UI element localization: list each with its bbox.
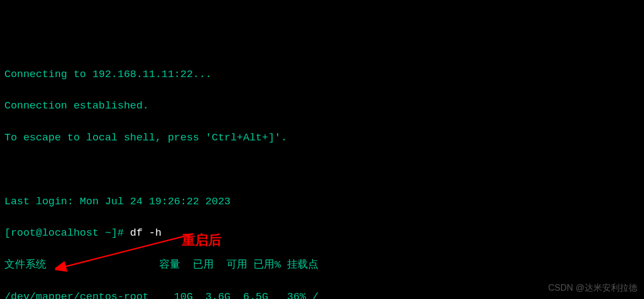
df-row: /dev/mapper/centos-root 10G 3.6G 6.5G 36… (4, 289, 640, 299)
conn-line-2: Connection established. (4, 98, 640, 114)
watermark: CSDN @达米安利拉德 (548, 281, 637, 295)
conn-line-1: Connecting to 192.168.11.11:22... (4, 67, 640, 83)
prompt-text: [root@localhost ~]# (4, 227, 130, 239)
command-text: df -h (130, 227, 161, 239)
last-login: Last login: Mon Jul 24 19:26:22 2023 (4, 194, 640, 210)
df-header: 文件系统 容量 已用 可用 已用% 挂载点 (4, 257, 640, 273)
blank-line (4, 162, 640, 178)
annotation-label: 重启后 (182, 230, 221, 250)
prompt-line-1[interactable]: [root@localhost ~]# df -h (4, 225, 640, 241)
conn-line-3: To escape to local shell, press 'Ctrl+Al… (4, 130, 640, 146)
